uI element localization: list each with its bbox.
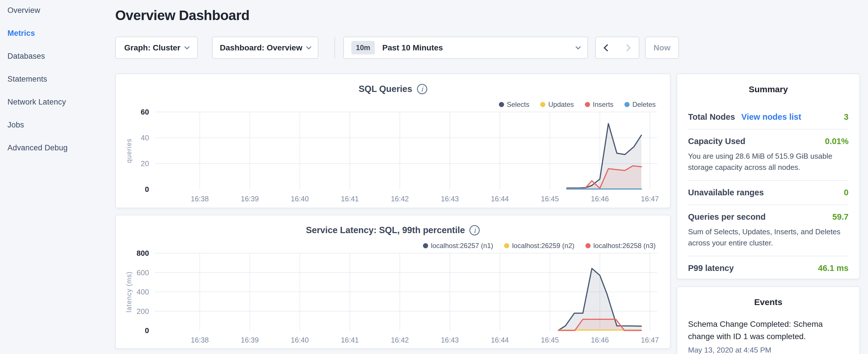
legend-dot — [585, 102, 590, 107]
sidebar: OverviewMetricsDatabasesStatementsNetwor… — [7, 6, 111, 152]
svg-text:16:42: 16:42 — [391, 336, 409, 344]
summary-row-description: You are using 28.6 MiB of 515.9 GiB usab… — [688, 151, 848, 173]
event-list-item[interactable]: Schema Change Completed: Schema change w… — [688, 318, 848, 354]
legend-item-localhost-26259-n2: localhost:26259 (n2) — [504, 242, 574, 250]
svg-text:16:39: 16:39 — [241, 336, 259, 344]
chart-title: SQL Queries — [359, 84, 412, 94]
legend-item-selects: Selects — [499, 100, 530, 108]
sidebar-item-network-latency[interactable]: Network Latency — [7, 97, 111, 106]
summary-row-label: Capacity Used — [688, 137, 745, 146]
sidebar-item-advanced-debug[interactable]: Advanced Debug — [7, 143, 111, 152]
svg-text:16:43: 16:43 — [441, 336, 459, 344]
legend-dot — [499, 102, 504, 107]
sql-queries-chart[interactable]: 16:3816:3916:4016:4116:4216:4316:4416:45… — [123, 108, 664, 206]
graph-source-dropdown-label: Graph: Cluster — [124, 43, 180, 53]
chart-title-row: SQL Queries i — [116, 84, 670, 94]
summary-row-p99-latency: P99 latency 46.1 ms — [688, 256, 848, 280]
summary-row-label: P99 latency — [688, 263, 734, 273]
time-range-dropdown[interactable]: 10m Past 10 Minutes — [343, 37, 588, 59]
chevron-left-icon — [603, 44, 611, 51]
info-icon[interactable]: i — [417, 84, 427, 94]
chevron-down-icon — [576, 44, 581, 49]
summary-row-capacity-used: Capacity Used 0.01% You are using 28.6 M… — [688, 129, 848, 181]
sidebar-item-metrics[interactable]: Metrics — [7, 29, 111, 38]
summary-row-value: 0.01% — [825, 137, 848, 146]
now-button[interactable]: Now — [645, 37, 679, 59]
service-latency-chart[interactable]: 16:3816:3916:4016:4116:4216:4316:4416:45… — [123, 250, 664, 347]
svg-text:latency (ms): latency (ms) — [125, 271, 133, 312]
sidebar-item-databases[interactable]: Databases — [7, 52, 111, 61]
sidebar-item-overview[interactable]: Overview — [7, 6, 111, 15]
page-title: Overview Dashboard — [115, 7, 250, 23]
service-latency-chart-card: Service Latency: SQL, 99th percentile i … — [115, 215, 671, 349]
summary-row-unavailable-ranges: Unavailable ranges 0 — [688, 181, 848, 205]
svg-text:16:38: 16:38 — [191, 195, 209, 203]
svg-text:16:46: 16:46 — [591, 195, 609, 203]
svg-text:0: 0 — [145, 326, 149, 335]
summary-row-value: 0 — [844, 188, 848, 197]
chart-legend: localhost:26257 (n1)localhost:26259 (n2)… — [423, 242, 656, 250]
summary-row-description: Sum of Selects, Updates, Inserts, and De… — [688, 226, 848, 249]
svg-text:16:45: 16:45 — [541, 195, 559, 203]
sidebar-item-statements[interactable]: Statements — [7, 74, 111, 84]
svg-text:20: 20 — [141, 159, 149, 168]
svg-text:16:47: 16:47 — [641, 336, 659, 344]
summary-row-label: Unavailable ranges — [688, 188, 764, 197]
sql-queries-chart-card: SQL Queries i SelectsUpdatesInsertsDelet… — [115, 74, 671, 208]
view-nodes-list-link[interactable]: View nodes list — [741, 112, 801, 122]
legend-dot — [585, 243, 591, 248]
svg-text:16:45: 16:45 — [541, 336, 559, 344]
now-button-label: Now — [653, 43, 670, 53]
svg-text:40: 40 — [141, 133, 149, 142]
svg-text:16:41: 16:41 — [341, 336, 359, 344]
graph-source-dropdown[interactable]: Graph: Cluster — [115, 37, 198, 59]
chevron-right-icon — [623, 44, 630, 51]
summary-row-value: 59.7 — [833, 212, 848, 222]
legend-item-localhost-26258-n3: localhost:26258 (n3) — [585, 242, 656, 250]
summary-row-value: 46.1 ms — [818, 263, 848, 273]
svg-text:16:38: 16:38 — [191, 336, 209, 344]
summary-row-queries-per-second: Queries per second 59.7 Sum of Selects, … — [688, 205, 848, 256]
legend-dot — [423, 243, 428, 248]
event-message: Schema Change Completed: Schema change w… — [688, 318, 848, 343]
summary-row-value: 3 — [844, 112, 848, 122]
chevron-down-icon — [306, 44, 311, 49]
svg-text:16:44: 16:44 — [491, 336, 509, 344]
svg-text:16:40: 16:40 — [291, 195, 309, 203]
summary-panel: Summary Total Nodes View nodes list 3 Ca… — [677, 74, 860, 279]
svg-text:16:42: 16:42 — [391, 195, 409, 203]
svg-text:16:40: 16:40 — [291, 336, 309, 344]
svg-text:16:39: 16:39 — [241, 195, 259, 203]
chart-title-row: Service Latency: SQL, 99th percentile i — [116, 225, 670, 235]
overview-dashboard-page: { "sidebar": { "items": [ {"label": "Ove… — [0, 0, 868, 354]
time-window-next-button[interactable] — [617, 37, 639, 59]
chevron-down-icon — [184, 44, 189, 49]
svg-text:16:46: 16:46 — [591, 336, 609, 344]
legend-item-updates: Updates — [540, 100, 574, 108]
svg-text:16:43: 16:43 — [441, 195, 459, 203]
legend-dot — [540, 102, 545, 107]
chart-legend: SelectsUpdatesInsertsDeletes — [499, 100, 656, 108]
svg-text:60: 60 — [141, 108, 149, 116]
svg-text:400: 400 — [137, 288, 149, 296]
svg-text:16:47: 16:47 — [641, 195, 659, 203]
dashboard-dropdown[interactable]: Dashboard: Overview — [212, 37, 318, 59]
summary-title: Summary — [688, 85, 848, 94]
sidebar-item-jobs[interactable]: Jobs — [7, 120, 111, 129]
time-window-prev-button[interactable] — [595, 37, 618, 59]
svg-text:16:44: 16:44 — [491, 195, 509, 203]
event-timestamp: May 13, 2020 at 4:45 PM — [688, 346, 848, 354]
svg-text:queries: queries — [125, 138, 133, 163]
svg-text:16:41: 16:41 — [341, 195, 359, 203]
svg-text:600: 600 — [137, 268, 149, 277]
legend-dot — [624, 102, 629, 107]
info-icon[interactable]: i — [469, 225, 480, 235]
svg-text:200: 200 — [137, 307, 149, 316]
svg-text:0: 0 — [145, 185, 149, 194]
dashboard-dropdown-label: Dashboard: Overview — [220, 43, 302, 53]
events-title: Events — [688, 297, 848, 307]
summary-row-total-nodes: Total Nodes View nodes list 3 — [688, 105, 848, 129]
svg-text:800: 800 — [137, 250, 149, 257]
legend-item-localhost-26257-n1: localhost:26257 (n1) — [423, 242, 493, 250]
time-range-badge: 10m — [351, 41, 375, 55]
